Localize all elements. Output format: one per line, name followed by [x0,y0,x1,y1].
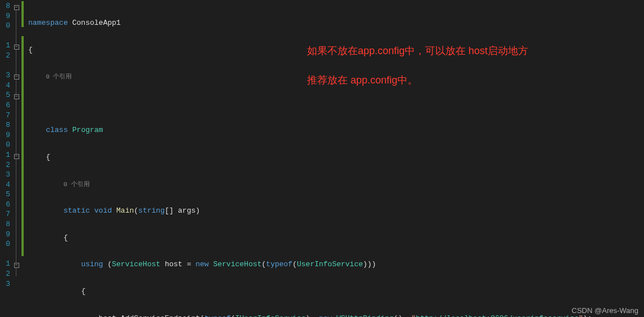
annotation-text: 如果不放在app.config中，可以放在 host启动地方 [307,44,528,58]
fold-icon[interactable]: − [14,45,19,50]
line-number-gutter: 890 12 34 567 890 123 456 789 01 23 [0,0,11,317]
fold-icon[interactable]: − [14,94,19,99]
annotation-text: 推荐放在 app.config中。 [307,73,418,87]
codelens-references[interactable]: 0 个引用 [46,73,72,80]
fold-icon[interactable]: − [14,74,19,80]
codelens-references[interactable]: 0 个引用 [63,181,89,188]
url-link[interactable]: http://localhost:8686/userinfoservice [416,314,579,317]
watermark: CSDN @Ares-Wang [572,306,638,315]
fold-icon[interactable]: − [14,154,19,159]
fold-column[interactable]: − − − − − − [11,0,21,317]
fold-icon[interactable]: − [14,263,19,268]
fold-icon[interactable]: − [14,5,19,10]
code-area[interactable]: namespace ConsoleApp1 { 0 个引用 class Prog… [25,0,644,317]
code-editor[interactable]: 890 12 34 567 890 123 456 789 01 23 − − … [0,0,644,317]
